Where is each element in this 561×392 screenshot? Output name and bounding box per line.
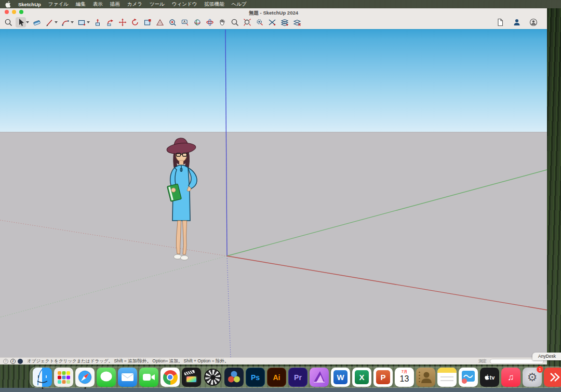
section-plane-tool-icon[interactable] [142, 17, 153, 28]
new-document-icon[interactable] [495, 17, 505, 28]
safari-running-indicator [84, 387, 86, 389]
menu-item-help[interactable]: ヘルプ [231, 1, 246, 8]
rotate-tool-icon[interactable] [130, 17, 140, 28]
dock-compressor[interactable] [203, 368, 222, 387]
dock-facetime[interactable] [139, 368, 158, 387]
dock-music[interactable]: ♫ [501, 368, 520, 387]
dock-excel[interactable]: X [352, 368, 371, 387]
window-controls [5, 10, 23, 14]
look-around-tool-icon[interactable] [205, 17, 215, 28]
extension-tool-1-icon[interactable] [255, 17, 265, 28]
calendar-day: 13 [400, 374, 409, 384]
dock-notes[interactable] [437, 368, 457, 387]
title-bar: 無題 - SketchUp 2024 [0, 8, 547, 16]
dock-apple-tv[interactable]: tv [480, 368, 499, 387]
select-tool-icon[interactable] [16, 17, 26, 28]
info-icon[interactable]: i [10, 359, 16, 364]
measurement-label: 測定 [478, 358, 487, 364]
dock-settings[interactable]: ⚙ 1 [523, 368, 542, 387]
dock-premiere-pro[interactable]: Pr [288, 368, 308, 387]
dock-mail[interactable] [118, 368, 137, 387]
premiere-glyph: Pr [288, 368, 308, 387]
powerpoint-glyph: P [376, 370, 390, 384]
move-tool-icon[interactable] [117, 17, 128, 28]
toolbar [0, 16, 547, 29]
menu-item-window[interactable]: ウィンドウ [172, 1, 197, 8]
orbit-globe-tool-icon[interactable] [192, 17, 203, 28]
dock-chrome[interactable] [161, 368, 180, 387]
dock-anydesk[interactable] [544, 368, 561, 387]
anydesk-window-label[interactable]: AnyDesk [532, 353, 561, 360]
geolocation-icon[interactable] [18, 359, 23, 364]
text-tool-icon[interactable] [180, 17, 190, 28]
close-window-button[interactable] [5, 10, 9, 14]
apple-logo-small [485, 374, 489, 380]
excel-glyph: X [355, 370, 369, 384]
toolbar-right-group [494, 16, 540, 29]
sign-in-person-icon[interactable] [512, 17, 522, 28]
extension-tool-3-icon[interactable] [279, 17, 290, 28]
menu-item-draw[interactable]: 描画 [110, 1, 120, 8]
dock: Ps Ai Pr W X P 7月 13 [30, 367, 561, 388]
dock-messages[interactable] [97, 368, 116, 387]
apple-menu-icon[interactable] [5, 1, 11, 7]
line-tool-dropdown-icon[interactable] [55, 21, 58, 23]
shapes-tool-dropdown-icon[interactable] [87, 21, 90, 23]
shapes-tool-icon[interactable] [76, 17, 87, 28]
help-icon[interactable]: ? [3, 359, 8, 364]
menu-item-edit[interactable]: 編集 [76, 1, 86, 8]
menu-item-extensions[interactable]: 拡張機能 [204, 1, 224, 8]
arc-tool-icon[interactable] [60, 17, 71, 28]
dock-davinci-resolve[interactable] [224, 368, 244, 387]
music-note-glyph: ♫ [501, 368, 520, 387]
menu-item-file[interactable]: ファイル [48, 1, 69, 8]
search-tool-icon[interactable] [3, 17, 14, 28]
position-camera-tool-icon[interactable] [167, 17, 178, 28]
zoom-extents-tool-icon[interactable] [242, 17, 252, 28]
dock-calendar[interactable]: 7月 13 [395, 368, 414, 387]
dock-freeform[interactable] [459, 368, 478, 387]
line-tool-icon[interactable] [44, 17, 55, 28]
menu-item-app[interactable]: SketchUp [18, 2, 41, 7]
sketchup-window: 無題 - SketchUp 2024 [0, 8, 547, 364]
drawing-axes [0, 30, 547, 357]
dock-affinity[interactable] [310, 368, 329, 387]
dock-powerpoint[interactable]: P [373, 368, 393, 387]
dimensions-tool-icon[interactable] [155, 17, 165, 28]
dock-word[interactable]: W [331, 368, 350, 387]
dock-finder[interactable] [33, 368, 52, 387]
person-figure[interactable] [157, 134, 206, 264]
dock-safari[interactable] [75, 368, 95, 387]
dock-photoshop[interactable]: Ps [246, 368, 265, 387]
menu-item-tools[interactable]: ツール [150, 1, 165, 8]
finder-running-indicator [42, 387, 43, 389]
dock-illustrator[interactable]: Ai [267, 368, 286, 387]
zoom-tool-icon[interactable] [230, 17, 240, 28]
select-tool-dropdown-icon[interactable] [26, 21, 29, 23]
minimize-window-button[interactable] [12, 10, 16, 14]
menu-item-view[interactable]: 表示 [93, 1, 103, 8]
dock-contacts[interactable] [416, 368, 435, 387]
illustrator-glyph: Ai [267, 368, 286, 387]
status-bar: ? i オブジェクトをクリックまたはドラッグ。 Shift = 追加/除外。 O… [0, 357, 547, 364]
eraser-tool-icon[interactable] [32, 17, 42, 28]
extension-tool-4-icon[interactable] [292, 17, 302, 28]
menu-item-camera[interactable]: カメラ [127, 1, 142, 8]
account-circle-icon[interactable] [528, 17, 539, 28]
model-viewport[interactable] [0, 29, 547, 357]
status-hint-text: オブジェクトをクリックまたはドラッグ。 Shift = 追加/除外。 Optio… [27, 358, 229, 364]
extension-tool-2-icon[interactable] [267, 17, 277, 28]
pan-tool-icon[interactable] [217, 17, 228, 28]
word-glyph: W [333, 370, 348, 384]
window-title: 無題 - SketchUp 2024 [0, 8, 547, 17]
appletv-glyph: tv [490, 374, 495, 381]
follow-me-tool-icon[interactable] [105, 17, 115, 28]
push-pull-tool-icon[interactable] [92, 17, 103, 28]
settings-notification-badge: 1 [537, 366, 543, 373]
photoshop-glyph: Ps [246, 368, 265, 387]
calendar-month: 7月 [402, 369, 407, 374]
zoom-window-button[interactable] [19, 10, 23, 14]
arc-tool-dropdown-icon[interactable] [71, 21, 74, 23]
dock-final-cut-pro[interactable] [182, 368, 201, 387]
dock-launchpad[interactable] [54, 368, 73, 387]
